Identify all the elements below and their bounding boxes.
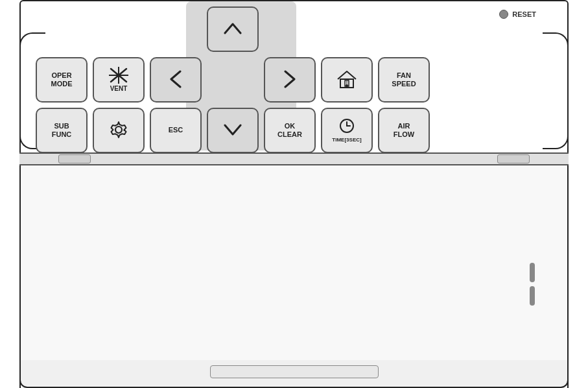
button-grid: OPER MODE VENT xyxy=(36,6,528,153)
ok-clear-button[interactable]: OK CLEAR xyxy=(264,108,316,153)
esc-button[interactable]: ESC xyxy=(150,108,202,153)
vent-line-2 xyxy=(530,286,535,306)
fan-speed-button[interactable]: FAN SPEED xyxy=(378,57,430,103)
device-lower-body xyxy=(19,165,569,388)
svg-point-8 xyxy=(115,127,122,133)
button-area: OPER MODE VENT xyxy=(36,6,528,153)
device-base xyxy=(19,360,569,388)
rail-bar xyxy=(19,152,569,165)
home-button[interactable] xyxy=(321,57,373,103)
vent-button[interactable]: VENT xyxy=(93,57,145,103)
sub-func-button[interactable]: SUB FUNC xyxy=(36,108,88,153)
rail-handle-right xyxy=(497,154,530,164)
base-panel xyxy=(210,365,379,378)
right-button[interactable] xyxy=(264,57,316,103)
vent-lines xyxy=(530,263,535,306)
rail-handle-left xyxy=(58,154,91,164)
down-button[interactable] xyxy=(207,108,259,153)
right-cable-hook xyxy=(543,32,569,149)
svg-point-7 xyxy=(346,84,348,87)
vent-line-1 xyxy=(530,263,535,282)
oper-mode-button[interactable]: OPER MODE xyxy=(36,57,88,103)
settings-button[interactable] xyxy=(93,108,145,153)
air-flow-button[interactable]: AIR FLOW xyxy=(378,108,430,153)
left-button[interactable] xyxy=(150,57,202,103)
up-button[interactable] xyxy=(207,6,259,52)
time-button[interactable]: TIME[3SEC] xyxy=(321,108,373,153)
